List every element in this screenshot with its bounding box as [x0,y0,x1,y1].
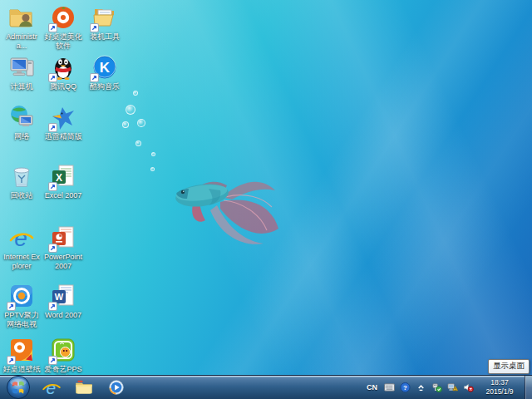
shortcut-arrow-icon [48,23,57,32]
word-icon: W [50,283,76,309]
haozhuodao-wallpaper-icon [8,337,35,363]
recycle-bin-icon [8,163,35,190]
system-tray: CN ? 18:37 2015/1/9 [365,378,521,396]
svg-text:K: K [100,60,111,76]
taskbar-pinned-apps: e [42,377,126,397]
desktop-icon-network[interactable]: 网络 [2,104,42,141]
folder-user-icon [8,4,35,31]
desktop-icon-label: Excel 2007 [43,191,83,200]
show-desktop-button[interactable] [525,376,532,399]
bubble [135,140,141,146]
clock-time: 18:37 [480,378,520,387]
bubble [151,152,155,156]
taskbar-icon-internet-explorer[interactable]: e [42,377,62,397]
desktop-icon-label: 酷狗音乐 [85,82,125,91]
shortcut-arrow-icon [90,23,99,32]
desktop-icon-label: 回收站 [2,191,42,200]
qq-icon [50,54,76,81]
open-folder-icon [91,4,118,31]
desktop-icon-open-folder[interactable]: 装机工具 [85,4,125,42]
language-indicator[interactable]: CN [365,383,379,392]
tray-icon-keyboard-layout[interactable] [383,382,395,393]
show-desktop-tooltip: 显示桌面 [488,359,530,374]
svg-text:W: W [55,292,64,302]
desktop-icon-computer[interactable]: 计算机 [2,54,42,91]
desktop-icon-label: PPTV聚力 网络电视 [2,311,42,329]
taskbar: e CN ? 18:37 2015/1/9 [0,375,532,399]
bubble [150,167,155,171]
desktop-icon-kugou[interactable]: K酷狗音乐 [85,54,125,91]
desktop-icon-pptv[interactable]: PPTV聚力 网络电视 [2,283,42,329]
shortcut-arrow-icon [48,302,57,311]
desktop-icon-word[interactable]: WWord 2007 [43,283,83,320]
tray-icon-network-warning[interactable] [446,382,458,393]
betta-fish-wallpaper [162,154,299,252]
shortcut-arrow-icon [7,356,16,365]
desktop-icon-label: 计算机 [2,82,42,91]
desktop-icon-label: 腾讯QQ [43,82,83,91]
desktop-icon-haozhuodao-app[interactable]: 好桌道美化软件 [43,4,83,51]
shortcut-arrow-icon [48,182,57,191]
bubble [133,91,138,96]
taskbar-icon-windows-explorer[interactable] [74,377,94,397]
pptv-icon [8,283,35,309]
desktop-icon-recycle-bin[interactable]: 回收站 [2,163,42,200]
powerpoint-icon [50,224,76,251]
desktop-icon-excel[interactable]: XExcel 2007 [43,163,83,200]
thunder-icon [50,104,76,131]
bubble [122,121,129,128]
svg-text:?: ? [403,384,407,392]
computer-icon [8,54,35,81]
desktop-icon-haozhuodao-wallpaper[interactable]: 好桌道壁纸 [2,337,42,374]
desktop-icon-label: 迅雷精简版 [43,132,83,141]
taskbar-icon-windows-media-player[interactable] [106,377,126,397]
shortcut-arrow-icon [48,123,57,132]
svg-text:e: e [14,225,27,251]
ie-icon: e [8,224,35,251]
shortcut-arrow-icon [48,244,57,253]
svg-text:e: e [46,378,56,397]
desktop-icon-label: 好桌道壁纸 [2,365,42,374]
desktop-icon-label: PowerPoint 2007 [43,253,83,271]
pps-icon [50,337,76,363]
haozhuodao-app-icon [50,4,76,31]
desktop-icon-powerpoint[interactable]: PowerPoint 2007 [43,224,83,271]
bubble [126,105,135,115]
clock-date: 2015/1/9 [480,387,520,397]
desktop-icon-folder-user[interactable]: Administra... [2,4,42,51]
tray-icon-show-hidden-icons[interactable] [415,382,426,393]
taskbar-clock[interactable]: 18:37 2015/1/9 [480,378,520,396]
desktop-icon-label: 装机工具 [85,32,125,42]
shortcut-arrow-icon [48,356,57,365]
desktop-icon-label: 网络 [2,132,42,141]
shortcut-arrow-icon [7,302,16,311]
tray-icon-input-method-help[interactable]: ? [399,382,411,393]
bubble [137,119,145,127]
desktop-icon-ie[interactable]: eInternet Explorer [2,224,42,271]
desktop-icon-label: Administra... [2,32,42,51]
start-button[interactable] [6,375,31,399]
shortcut-arrow-icon [48,73,57,82]
desktop-icon-qq[interactable]: 腾讯QQ [43,54,83,91]
desktop: Administra...好桌道美化软件装机工具计算机腾讯QQK酷狗音乐网络迅雷… [0,0,532,399]
tray-icon-safely-remove-hardware[interactable] [431,382,442,393]
desktop-icon-label: 好桌道美化软件 [43,32,83,51]
network-icon [8,104,35,131]
excel-icon: X [50,163,76,190]
kugou-icon: K [91,54,118,81]
tray-icon-volume-muted[interactable] [462,382,474,393]
shortcut-arrow-icon [90,73,99,82]
desktop-icon-thunder[interactable]: 迅雷精简版 [43,104,83,141]
desktop-icon-label: Internet Explorer [2,253,42,271]
desktop-icon-label: Word 2007 [43,311,83,320]
